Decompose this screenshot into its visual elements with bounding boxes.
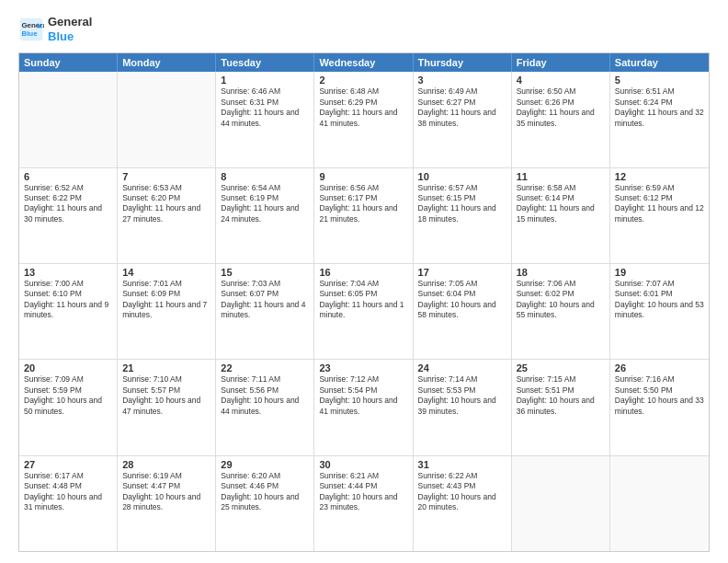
day-info: Sunrise: 6:21 AM Sunset: 4:44 PM Dayligh… (319, 471, 407, 513)
day-number: 29 (221, 459, 309, 470)
day-number: 9 (319, 171, 407, 182)
svg-text:Blue: Blue (22, 29, 39, 38)
day-info: Sunrise: 6:17 AM Sunset: 4:48 PM Dayligh… (24, 471, 112, 513)
day-info: Sunrise: 7:11 AM Sunset: 5:56 PM Dayligh… (221, 374, 309, 417)
weekday-header: Tuesday (216, 53, 314, 72)
day-info: Sunrise: 6:52 AM Sunset: 6:22 PM Dayligh… (24, 183, 112, 225)
calendar: SundayMondayTuesdayWednesdayThursdayFrid… (18, 52, 710, 552)
calendar-row: 6Sunrise: 6:52 AM Sunset: 6:22 PM Daylig… (19, 167, 709, 263)
calendar-cell: 23Sunrise: 7:12 AM Sunset: 5:54 PM Dayli… (314, 360, 413, 454)
day-number: 10 (418, 171, 506, 182)
day-number: 27 (24, 459, 112, 470)
day-number: 15 (221, 267, 309, 278)
calendar-cell: 31Sunrise: 6:22 AM Sunset: 4:43 PM Dayli… (414, 456, 512, 551)
weekday-header: Wednesday (314, 53, 413, 72)
logo-text: GeneralBlue (48, 15, 92, 43)
calendar-row: 1Sunrise: 6:46 AM Sunset: 6:31 PM Daylig… (19, 72, 709, 167)
calendar-cell: 7Sunrise: 6:53 AM Sunset: 6:20 PM Daylig… (118, 168, 216, 263)
day-number: 24 (418, 362, 506, 373)
calendar-cell: 5Sunrise: 6:51 AM Sunset: 6:24 PM Daylig… (610, 72, 709, 167)
weekday-header: Saturday (610, 53, 709, 72)
calendar-cell: 22Sunrise: 7:11 AM Sunset: 5:56 PM Dayli… (216, 360, 314, 454)
calendar-cell (512, 456, 610, 551)
day-info: Sunrise: 7:16 AM Sunset: 5:50 PM Dayligh… (615, 374, 704, 417)
calendar-header: SundayMondayTuesdayWednesdayThursdayFrid… (19, 53, 709, 72)
calendar-cell: 20Sunrise: 7:09 AM Sunset: 5:59 PM Dayli… (19, 360, 118, 454)
day-info: Sunrise: 7:07 AM Sunset: 6:01 PM Dayligh… (615, 279, 704, 321)
calendar-cell: 19Sunrise: 7:07 AM Sunset: 6:01 PM Dayli… (610, 264, 709, 359)
logo: General Blue GeneralBlue (18, 15, 92, 43)
day-info: Sunrise: 6:59 AM Sunset: 6:12 PM Dayligh… (615, 183, 704, 225)
day-number: 16 (319, 267, 407, 278)
day-number: 1 (221, 75, 309, 86)
svg-text:General: General (22, 21, 45, 29)
calendar-body: 1Sunrise: 6:46 AM Sunset: 6:31 PM Daylig… (19, 72, 709, 551)
calendar-cell: 14Sunrise: 7:01 AM Sunset: 6:09 PM Dayli… (118, 264, 216, 359)
calendar-row: 13Sunrise: 7:00 AM Sunset: 6:10 PM Dayli… (19, 263, 709, 359)
calendar-row: 27Sunrise: 6:17 AM Sunset: 4:48 PM Dayli… (19, 455, 709, 551)
day-number: 22 (221, 362, 309, 373)
calendar-cell (610, 456, 709, 551)
day-info: Sunrise: 7:05 AM Sunset: 6:04 PM Dayligh… (418, 279, 506, 321)
day-info: Sunrise: 7:00 AM Sunset: 6:10 PM Dayligh… (24, 279, 112, 321)
day-info: Sunrise: 7:14 AM Sunset: 5:53 PM Dayligh… (418, 374, 506, 417)
calendar-cell: 16Sunrise: 7:04 AM Sunset: 6:05 PM Dayli… (314, 264, 413, 359)
calendar-cell: 3Sunrise: 6:49 AM Sunset: 6:27 PM Daylig… (414, 72, 512, 167)
calendar-cell: 10Sunrise: 6:57 AM Sunset: 6:15 PM Dayli… (414, 168, 512, 263)
calendar-cell (19, 72, 118, 167)
calendar-cell: 21Sunrise: 7:10 AM Sunset: 5:57 PM Dayli… (118, 360, 216, 454)
day-info: Sunrise: 6:51 AM Sunset: 6:24 PM Dayligh… (615, 86, 704, 129)
calendar-cell: 8Sunrise: 6:54 AM Sunset: 6:19 PM Daylig… (216, 168, 314, 263)
calendar-cell: 18Sunrise: 7:06 AM Sunset: 6:02 PM Dayli… (512, 264, 610, 359)
day-info: Sunrise: 6:56 AM Sunset: 6:17 PM Dayligh… (319, 183, 407, 225)
day-info: Sunrise: 7:01 AM Sunset: 6:09 PM Dayligh… (122, 279, 210, 321)
day-info: Sunrise: 6:19 AM Sunset: 4:47 PM Dayligh… (122, 471, 210, 513)
day-info: Sunrise: 6:20 AM Sunset: 4:46 PM Dayligh… (221, 471, 309, 513)
day-info: Sunrise: 7:04 AM Sunset: 6:05 PM Dayligh… (319, 279, 407, 321)
calendar-row: 20Sunrise: 7:09 AM Sunset: 5:59 PM Dayli… (19, 359, 709, 454)
day-number: 7 (122, 171, 210, 182)
day-info: Sunrise: 6:58 AM Sunset: 6:14 PM Dayligh… (517, 183, 605, 225)
weekday-header: Friday (512, 53, 610, 72)
day-info: Sunrise: 6:54 AM Sunset: 6:19 PM Dayligh… (221, 183, 309, 225)
calendar-cell: 27Sunrise: 6:17 AM Sunset: 4:48 PM Dayli… (19, 456, 118, 551)
calendar-cell: 6Sunrise: 6:52 AM Sunset: 6:22 PM Daylig… (19, 168, 118, 263)
day-info: Sunrise: 6:22 AM Sunset: 4:43 PM Dayligh… (418, 471, 506, 513)
day-info: Sunrise: 7:06 AM Sunset: 6:02 PM Dayligh… (517, 279, 605, 321)
day-number: 14 (122, 267, 210, 278)
day-number: 18 (517, 267, 605, 278)
day-info: Sunrise: 6:50 AM Sunset: 6:26 PM Dayligh… (517, 86, 605, 129)
calendar-cell: 28Sunrise: 6:19 AM Sunset: 4:47 PM Dayli… (118, 456, 216, 551)
calendar-cell: 30Sunrise: 6:21 AM Sunset: 4:44 PM Dayli… (314, 456, 413, 551)
calendar-cell: 11Sunrise: 6:58 AM Sunset: 6:14 PM Dayli… (512, 168, 610, 263)
day-number: 11 (517, 171, 605, 182)
day-number: 31 (418, 459, 506, 470)
calendar-cell: 15Sunrise: 7:03 AM Sunset: 6:07 PM Dayli… (216, 264, 314, 359)
day-info: Sunrise: 7:09 AM Sunset: 5:59 PM Dayligh… (24, 374, 112, 417)
calendar-cell: 9Sunrise: 6:56 AM Sunset: 6:17 PM Daylig… (314, 168, 413, 263)
calendar-cell: 26Sunrise: 7:16 AM Sunset: 5:50 PM Dayli… (610, 360, 709, 454)
calendar-cell: 29Sunrise: 6:20 AM Sunset: 4:46 PM Dayli… (216, 456, 314, 551)
day-info: Sunrise: 7:03 AM Sunset: 6:07 PM Dayligh… (221, 279, 309, 321)
day-number: 19 (615, 267, 704, 278)
calendar-cell: 17Sunrise: 7:05 AM Sunset: 6:04 PM Dayli… (414, 264, 512, 359)
weekday-header: Monday (118, 53, 216, 72)
day-info: Sunrise: 7:12 AM Sunset: 5:54 PM Dayligh… (319, 374, 407, 417)
day-number: 5 (615, 75, 704, 86)
day-number: 21 (122, 362, 210, 373)
calendar-cell: 12Sunrise: 6:59 AM Sunset: 6:12 PM Dayli… (610, 168, 709, 263)
calendar-cell: 13Sunrise: 7:00 AM Sunset: 6:10 PM Dayli… (19, 264, 118, 359)
day-number: 26 (615, 362, 704, 373)
day-number: 20 (24, 362, 112, 373)
day-info: Sunrise: 6:49 AM Sunset: 6:27 PM Dayligh… (418, 86, 506, 129)
day-number: 30 (319, 459, 407, 470)
page-header: General Blue GeneralBlue (18, 15, 710, 43)
day-info: Sunrise: 6:48 AM Sunset: 6:29 PM Dayligh… (319, 86, 407, 129)
day-info: Sunrise: 6:46 AM Sunset: 6:31 PM Dayligh… (221, 86, 309, 129)
day-number: 4 (517, 75, 605, 86)
calendar-cell (118, 72, 216, 167)
day-info: Sunrise: 7:15 AM Sunset: 5:51 PM Dayligh… (517, 374, 605, 417)
day-number: 12 (615, 171, 704, 182)
day-number: 3 (418, 75, 506, 86)
day-number: 23 (319, 362, 407, 373)
